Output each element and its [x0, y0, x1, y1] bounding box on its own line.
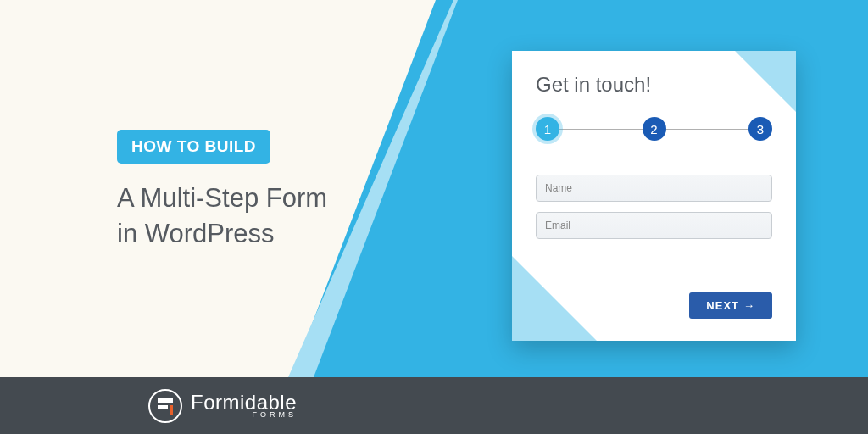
- corner-accent-top-right: [735, 51, 796, 112]
- form-card: Get in touch! 1 2 3 Name Email NEXT →: [512, 51, 796, 341]
- headline-line-2: in WordPress: [117, 216, 327, 252]
- step-2[interactable]: 2: [643, 117, 666, 141]
- brand-text: Formidable FORMS: [191, 392, 297, 419]
- brand-logo: Formidable FORMS: [148, 389, 297, 423]
- next-button[interactable]: NEXT →: [689, 292, 772, 319]
- hero-text-block: HOW TO BUILD A Multi-Step Form in WordPr…: [117, 130, 327, 252]
- step-3[interactable]: 3: [748, 117, 772, 141]
- formidable-icon: [148, 389, 182, 423]
- arrow-right-icon: →: [743, 299, 755, 312]
- headline-line-1: A Multi-Step Form: [117, 181, 327, 216]
- name-field[interactable]: Name: [536, 175, 772, 202]
- headline: A Multi-Step Form in WordPress: [117, 181, 327, 252]
- corner-accent-bottom-left: [512, 256, 597, 341]
- next-button-label: NEXT: [706, 299, 739, 312]
- how-to-build-badge: HOW TO BUILD: [117, 130, 270, 164]
- step-1[interactable]: 1: [536, 117, 559, 141]
- footer-bar: Formidable FORMS: [0, 377, 868, 434]
- progress-stepper: 1 2 3: [536, 117, 772, 141]
- email-field[interactable]: Email: [536, 212, 772, 239]
